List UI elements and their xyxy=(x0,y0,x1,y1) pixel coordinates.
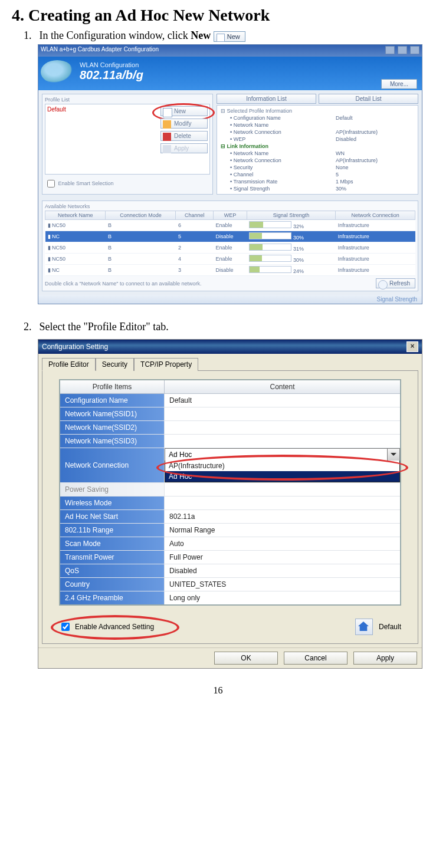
row-ssid3-v[interactable] xyxy=(165,435,401,448)
tab-information-list[interactable]: Information List xyxy=(217,94,316,104)
tab-detail-list[interactable]: Detail List xyxy=(319,94,418,104)
row-ssid2-k: Network Name(SSID2) xyxy=(60,421,165,435)
row-ssid3-k: Network Name(SSID3) xyxy=(60,435,165,448)
row-80211b-range-v[interactable]: Normal Range xyxy=(165,524,401,537)
row-transmit-power-v[interactable]: Full Power xyxy=(165,551,401,564)
new-button[interactable]: New xyxy=(160,106,208,116)
step-1-text-a: In the Configuration window, click xyxy=(40,29,191,41)
row-country-k: Country xyxy=(60,578,165,591)
table-row[interactable]: ▮ NCB3Disable 24%Infrastructure xyxy=(45,265,415,276)
chevron-down-icon[interactable] xyxy=(387,448,400,461)
more-button[interactable]: More... xyxy=(381,79,417,89)
window-titlebar: WLAN a+b+g Cardbus Adapter Configuration xyxy=(38,45,422,57)
info-r7v: None xyxy=(335,164,415,171)
col-signal-strength[interactable]: Signal Strength xyxy=(247,211,335,220)
row-network-connection-k: Network Connection xyxy=(60,448,165,483)
available-networks-label: Available Networks xyxy=(45,203,415,209)
close-icon[interactable]: × xyxy=(407,341,418,352)
row-adhoc-start-k: Ad Hoc Net Start xyxy=(60,510,165,524)
info-r3k: Network Connection xyxy=(234,129,281,135)
row-config-name-v[interactable]: Default xyxy=(165,394,401,407)
inline-new-button: New xyxy=(214,31,245,42)
smart-selection-row: Enable Smart Selection xyxy=(45,178,210,189)
row-adhoc-start-v[interactable]: 802.11a xyxy=(165,510,401,524)
banner: WLAN Configuration 802.11a/b/g More... xyxy=(38,57,422,90)
modify-button[interactable]: Modify xyxy=(160,119,208,129)
info-r5v: WN xyxy=(335,150,415,157)
network-connection-dropdown[interactable]: AP(Infrastructure) Ad Hoc xyxy=(165,461,400,482)
row-80211b-range-k: 802.11b Range xyxy=(60,524,165,537)
col-network-connection[interactable]: Network Connection xyxy=(336,211,415,220)
tab-security[interactable]: Security xyxy=(96,358,134,371)
row-power-saving-v[interactable] xyxy=(165,483,401,497)
info-h2: Link Information xyxy=(227,143,269,149)
table-row[interactable]: ▮ NCB5Disable 30%Infrastructure xyxy=(45,231,415,242)
profile-items-table: Profile Items Content Configuration Name… xyxy=(59,379,401,606)
info-r8v: 5 xyxy=(335,171,415,178)
row-config-name-k: Configuration Name xyxy=(60,394,165,407)
row-qos-v[interactable]: Disabled xyxy=(165,564,401,578)
option-ad-hoc[interactable]: Ad Hoc xyxy=(165,471,399,482)
row-scan-mode-v[interactable]: Auto xyxy=(165,537,401,551)
row-country-v[interactable]: UNITED_STATES xyxy=(165,578,401,591)
info-r1k: Configuration Name xyxy=(234,115,281,121)
apply-button[interactable]: Apply xyxy=(353,652,417,665)
smart-selection-label: Enable Smart Selection xyxy=(58,180,114,186)
row-power-saving-k: Power Saving xyxy=(60,483,165,497)
row-preamble-v[interactable]: Long only xyxy=(165,591,401,606)
step-2-text: Select the "Profile Editor" tab. xyxy=(40,321,169,333)
home-icon[interactable] xyxy=(355,619,373,635)
smart-selection-checkbox[interactable] xyxy=(47,180,55,188)
screenshot-configuration-setting: Configuration Setting × Profile Editor S… xyxy=(38,339,422,669)
tab-profile-editor[interactable]: Profile Editor xyxy=(42,358,96,371)
step-1-number: 1. xyxy=(24,29,37,42)
maximize-icon[interactable] xyxy=(398,46,407,54)
available-networks-note: Double click a "Network Name" to connect… xyxy=(45,281,202,287)
tab-tcpip-property[interactable]: TCP/IP Property xyxy=(134,358,198,371)
enable-advanced-label: Enable Advanced Setting xyxy=(75,623,154,631)
page-number: 16 xyxy=(12,685,424,696)
network-connection-combo[interactable] xyxy=(165,448,400,461)
step-2-number: 2. xyxy=(24,321,37,333)
info-r3v: AP(Infrastructure) xyxy=(335,129,415,136)
minimize-icon[interactable] xyxy=(385,46,395,54)
information-panel: ⊟ Selected Profile Information • Configu… xyxy=(217,105,418,195)
step-1: 1. In the Configuration window, click Ne… xyxy=(24,29,424,42)
row-ssid2-v[interactable] xyxy=(165,421,401,435)
row-wireless-mode-v[interactable] xyxy=(165,497,401,510)
info-r5k: Network Name xyxy=(234,150,269,156)
ok-button[interactable]: OK xyxy=(214,652,278,665)
available-networks-table: Network Name Connection Mode Channel WEP… xyxy=(45,211,415,276)
col-channel[interactable]: Channel xyxy=(176,211,214,220)
info-r1v: Default xyxy=(335,114,415,121)
dialog-titlebar: Configuration Setting × xyxy=(38,340,422,354)
delete-button[interactable]: Delete xyxy=(160,131,208,141)
footer-signal: Signal Strength xyxy=(38,295,422,304)
info-r2k: Network Name xyxy=(234,122,269,128)
col-network-name[interactable]: Network Name xyxy=(45,211,106,220)
enable-advanced-checkbox[interactable] xyxy=(61,623,70,631)
refresh-button[interactable]: Refresh xyxy=(376,278,415,288)
close-icon[interactable] xyxy=(410,46,419,54)
section-heading: 4. Creating an Ad Hoc New Network xyxy=(12,6,424,25)
row-qos-k: QoS xyxy=(60,564,165,578)
cancel-button[interactable]: Cancel xyxy=(284,652,348,665)
table-row[interactable]: ▮ NC50B2Enable 31%Infrastructure xyxy=(45,242,415,254)
apply-button[interactable]: Apply xyxy=(160,143,208,153)
table-row[interactable]: ▮ NC50B4Enable 30%Infrastructure xyxy=(45,254,415,265)
info-r6v: AP(Infrastructure) xyxy=(335,157,415,164)
profile-default-item[interactable]: Default xyxy=(47,106,158,113)
col-wep[interactable]: WEP xyxy=(214,211,247,220)
row-ssid1-v[interactable] xyxy=(165,407,401,421)
row-ssid1-k: Network Name(SSID1) xyxy=(60,407,165,421)
available-networks-panel: Available Networks Network Name Connecti… xyxy=(42,200,418,291)
table-row[interactable]: ▮ NC50B6Enable 32%Infrastructure xyxy=(45,220,415,231)
row-transmit-power-k: Transmit Power xyxy=(60,551,165,564)
default-label: Default xyxy=(379,623,401,631)
info-r10k: Signal Strength xyxy=(234,186,270,192)
network-connection-input[interactable] xyxy=(165,448,387,461)
enable-advanced-row: Enable Advanced Setting xyxy=(59,621,154,633)
profile-list[interactable]: Default xyxy=(47,106,158,172)
col-connection-mode[interactable]: Connection Mode xyxy=(106,211,176,220)
option-ap-infrastructure[interactable]: AP(Infrastructure) xyxy=(165,461,399,471)
